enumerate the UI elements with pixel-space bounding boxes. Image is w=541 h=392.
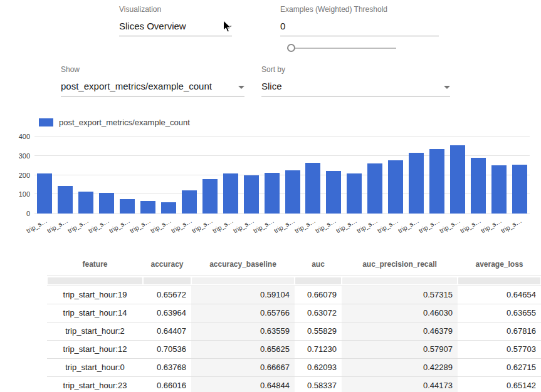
visualization-value: Slices Overview (119, 21, 186, 31)
threshold-label: Examples (Weighted) Threshold (280, 5, 439, 14)
bar[interactable] (265, 173, 280, 214)
bar[interactable] (285, 170, 300, 214)
table-body: trip_start_hour:190.656720.591040.660790… (47, 286, 541, 392)
x-tick-label: trip_s… (25, 217, 48, 234)
bar-slot (199, 137, 220, 214)
bar[interactable] (120, 199, 135, 214)
column-filter[interactable] (295, 277, 341, 284)
table-row: trip_start_hour:230.660160.648440.583370… (47, 376, 541, 392)
feature-cell: trip_start_hour:2 (47, 322, 143, 340)
bar-slot (241, 137, 261, 214)
bar[interactable] (305, 163, 320, 214)
metric-cell: 0.65142 (458, 376, 541, 392)
y-tick-label: 0 (5, 210, 30, 217)
table-filter-row (47, 276, 541, 286)
y-tick-label: 200 (5, 172, 30, 178)
column-header[interactable]: accuracy (143, 253, 191, 276)
bar[interactable] (429, 149, 444, 214)
bar[interactable] (182, 190, 197, 214)
bar-slot (76, 137, 97, 214)
bar[interactable] (244, 175, 259, 214)
bar[interactable] (223, 173, 238, 214)
bar[interactable] (347, 173, 362, 214)
bar[interactable] (491, 165, 507, 214)
filter-cell (342, 276, 458, 286)
metric-cell: 0.63072 (295, 304, 342, 322)
bar[interactable] (388, 160, 403, 214)
bar-slot (323, 137, 344, 214)
filter-cell (47, 276, 143, 286)
column-header[interactable]: average_loss (458, 253, 541, 276)
bar-slot (509, 137, 530, 214)
x-tick-slot: trip_s… (509, 216, 530, 242)
visualization-control: Visualization Slices Overview (119, 5, 232, 36)
column-header[interactable]: auc (295, 253, 342, 276)
metric-cell: 0.44173 (342, 376, 458, 392)
bar[interactable] (161, 202, 176, 214)
y-tick-label: 400 (5, 133, 30, 140)
sort-by-control: Sort by Slice (261, 65, 450, 96)
metric-cell: 0.67816 (458, 322, 541, 340)
slider-track (287, 48, 396, 49)
column-filter[interactable] (342, 277, 457, 284)
sort-by-value: Slice (261, 81, 282, 91)
bar[interactable] (367, 163, 382, 214)
metric-cell: 0.65766 (191, 304, 295, 322)
bar[interactable] (471, 158, 486, 214)
metric-cell: 0.59104 (191, 286, 295, 304)
bar[interactable] (409, 153, 424, 214)
column-filter[interactable] (458, 277, 540, 284)
bar[interactable] (202, 179, 218, 214)
slicing-metrics-view: Visualization Slices Overview Examples (… (0, 0, 541, 392)
x-axis-labels: trip_s…trip_s…trip_s…trip_s…trip_s…trip_… (34, 216, 530, 242)
bar[interactable] (58, 186, 73, 214)
bar[interactable] (37, 173, 52, 214)
column-header[interactable]: feature (47, 253, 143, 276)
column-header[interactable]: auc_precision_recall (342, 253, 458, 276)
column-filter[interactable] (144, 277, 191, 284)
y-tick-label: 300 (5, 152, 30, 159)
metric-cell: 0.62715 (458, 358, 541, 376)
visualization-select[interactable]: Slices Overview (119, 21, 232, 36)
column-filter[interactable] (48, 277, 142, 284)
metric-cell: 0.64654 (458, 286, 541, 304)
bar-slot (138, 137, 159, 214)
metric-cell: 0.63655 (458, 304, 541, 322)
bar-slot (282, 137, 303, 214)
bar-slot (117, 137, 138, 214)
column-filter[interactable] (192, 277, 294, 284)
show-select[interactable]: post_export_metrics/example_count (61, 81, 244, 96)
chart-legend: post_export_metrics/example_count (39, 118, 190, 127)
bar[interactable] (99, 193, 114, 214)
filter-cell (143, 276, 191, 286)
bar-slot (261, 137, 282, 214)
bar-slot (468, 137, 488, 214)
threshold-slider[interactable] (287, 44, 396, 52)
feature-cell: trip_start_hour:23 (47, 376, 143, 392)
bar[interactable] (450, 145, 465, 214)
metric-cell: 0.66016 (143, 376, 191, 392)
metric-cell: 0.64407 (143, 322, 191, 340)
metric-cell: 0.70536 (143, 340, 191, 358)
sort-by-select[interactable]: Slice (261, 81, 450, 96)
threshold-control: Examples (Weighted) Threshold 0 (280, 5, 439, 36)
threshold-input[interactable]: 0 (280, 21, 439, 36)
metric-cell: 0.63559 (191, 322, 295, 340)
table-row: trip_start_hour:00.637680.666670.620930.… (47, 358, 541, 376)
metric-cell: 0.46379 (342, 322, 458, 340)
y-tick-label: 100 (5, 191, 30, 198)
feature-cell: trip_start_hour:14 (47, 304, 143, 322)
metric-cell: 0.57907 (342, 340, 458, 358)
bar[interactable] (326, 171, 341, 214)
slider-thumb[interactable] (287, 44, 295, 52)
show-value: post_export_metrics/example_count (61, 81, 212, 91)
table-row: trip_start_hour:120.705360.656250.712300… (47, 340, 541, 358)
column-header[interactable]: accuracy_baseline (191, 253, 295, 276)
table-row: trip_start_hour:140.639640.657660.630720… (47, 304, 541, 322)
bar[interactable] (140, 201, 155, 214)
bar[interactable] (78, 192, 93, 214)
show-control: Show post_export_metrics/example_count (61, 65, 244, 96)
metrics-table: featureaccuracyaccuracy_baselineaucauc_p… (47, 253, 541, 392)
bar[interactable] (512, 165, 527, 214)
bar-slot (427, 137, 448, 214)
